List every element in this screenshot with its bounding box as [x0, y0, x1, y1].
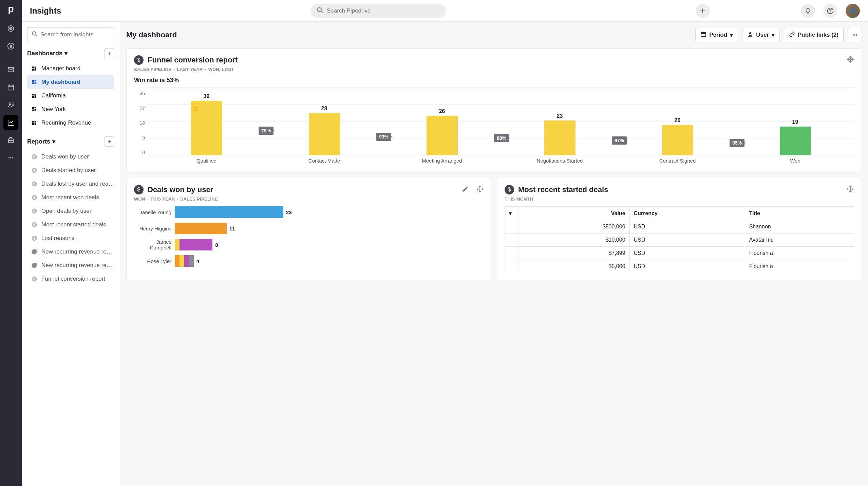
svg-text:$: $	[33, 195, 35, 200]
sidebar-report-item[interactable]: New recurring revenue re…	[27, 245, 114, 259]
svg-rect-22	[32, 94, 34, 95]
table-row[interactable]: $7,899USDFlourish a	[505, 247, 854, 260]
dashboard-title: My dashboard	[126, 31, 691, 39]
svg-rect-33	[32, 123, 34, 125]
svg-rect-7	[8, 139, 14, 143]
table-header[interactable]: Currency	[629, 207, 745, 220]
sidebar-item-label: Deals won by user	[41, 153, 89, 160]
drag-handle-icon[interactable]	[476, 185, 484, 194]
svg-rect-26	[32, 107, 34, 109]
user-bar-row[interactable]: James Campbell8	[134, 239, 484, 250]
nav-calendar-icon[interactable]	[3, 80, 18, 95]
dashboard-icon	[31, 106, 37, 112]
nav-divider	[6, 58, 16, 58]
svg-point-51	[749, 32, 751, 34]
sidebar-item-label: Recurring Revenue	[41, 119, 91, 126]
sidebar-dashboard-item[interactable]: California	[27, 89, 114, 102]
user-bar-row[interactable]: Henry Higgins11	[134, 223, 484, 234]
user-bar-row[interactable]: Janelle Young23	[134, 206, 484, 218]
nav-insights-icon[interactable]	[3, 115, 18, 130]
svg-point-11	[318, 7, 322, 12]
sidebar-item-label: My dashboard	[41, 79, 80, 86]
public-links-button[interactable]: Public links (2)	[784, 28, 844, 42]
svg-point-8	[8, 157, 10, 158]
period-filter[interactable]: Period ▾	[695, 28, 738, 42]
cell-title: Flourish a	[745, 260, 854, 273]
svg-rect-31	[35, 121, 36, 122]
sidebar-item-label: New recurring revenue re…	[41, 248, 112, 255]
table-header[interactable]: Value	[518, 207, 630, 220]
sidebar-report-item[interactable]: $Deals won by user	[27, 150, 114, 164]
chevron-down-icon: ▾	[64, 50, 68, 57]
bar-category: Qualified	[196, 158, 216, 165]
bar-value: 36	[204, 93, 210, 99]
global-search-input[interactable]	[327, 7, 440, 14]
sidebar-report-item[interactable]: New recurring revenue re…	[27, 259, 114, 272]
funnel-bar[interactable]: 26Meeting Arranged88%	[383, 108, 501, 165]
table-header[interactable]: Title	[745, 207, 854, 220]
funnel-bar[interactable]: 23Negotiations Started87%	[501, 113, 619, 165]
deals-won-title: Deals won by user	[148, 185, 458, 194]
sidebar-report-item[interactable]: $Funnel conversion report	[27, 272, 114, 286]
sidebar-report-item[interactable]: $Open deals by user	[27, 204, 114, 218]
recent-deals-meta: THIS MONTH	[505, 197, 854, 202]
add-button[interactable]	[696, 4, 710, 18]
sidebar-dashboard-item[interactable]: My dashboard	[27, 75, 114, 89]
win-rate-label: Win rate is 53%	[134, 77, 854, 84]
nav-more-icon[interactable]	[3, 150, 18, 165]
sidebar-dashboard-item[interactable]: New York	[27, 102, 114, 116]
user-avatar[interactable]: 👤	[846, 4, 860, 18]
help-button[interactable]	[823, 4, 837, 18]
insights-search-input[interactable]	[40, 31, 112, 38]
reports-heading[interactable]: Reports ▾	[27, 138, 55, 145]
nav-deals-icon[interactable]	[3, 39, 18, 54]
sidebar-dashboard-item[interactable]: Manager board	[27, 62, 114, 75]
user-bar-row[interactable]: Rose Tyler4	[134, 255, 484, 267]
topbar: Insights 👤	[22, 0, 868, 22]
nav-target-icon[interactable]	[3, 21, 18, 36]
dollar-icon: $	[31, 181, 37, 187]
funnel-bar[interactable]: 36Qualified78%	[148, 93, 265, 165]
sidebar-dashboard-item[interactable]: Recurring Revenue	[27, 116, 114, 130]
tips-button[interactable]	[801, 4, 815, 18]
table-row[interactable]: $500,000USDShannon	[505, 220, 854, 233]
drag-handle-icon[interactable]	[847, 185, 854, 194]
user-name: Henry Higgins	[134, 226, 171, 231]
svg-text:$: $	[33, 155, 35, 159]
search-icon	[32, 31, 38, 38]
svg-point-53	[854, 34, 855, 35]
funnel-bar[interactable]: 19Won	[736, 119, 854, 165]
sidebar-report-item[interactable]: $Deals lost by user and rea…	[27, 177, 114, 191]
add-dashboard-button[interactable]: +	[104, 48, 114, 58]
svg-rect-50	[701, 32, 706, 36]
user-icon	[747, 31, 753, 39]
sidebar-item-label: New recurring revenue re…	[41, 262, 112, 269]
edit-icon[interactable]	[462, 186, 469, 194]
deals-won-chart: Janelle Young23Henry Higgins11James Camp…	[134, 206, 484, 267]
funnel-bar[interactable]: 28Contact Made93%	[265, 106, 383, 165]
drag-handle-icon[interactable]	[847, 56, 854, 64]
sidebar-report-item[interactable]: $Deals started by user	[27, 164, 114, 177]
table-row[interactable]: $10,000USDAvatar Inc	[505, 233, 854, 247]
recent-deals-card: $ Most recent started deals THIS MONTH ▾…	[497, 178, 862, 280]
svg-text:$: $	[33, 236, 35, 240]
dashboards-heading[interactable]: Dashboards ▾	[27, 50, 68, 57]
sort-column[interactable]: ▾	[505, 207, 518, 220]
table-row[interactable]: $5,000USDFlourish a	[505, 260, 854, 273]
sidebar-report-item[interactable]: $Most recent won deals	[27, 191, 114, 204]
insights-search[interactable]	[27, 27, 114, 42]
more-actions-button[interactable]	[848, 28, 862, 42]
dollar-icon: $	[31, 208, 37, 214]
deals-won-meta: WON·THIS YEAR·SALES PIPELINE	[134, 197, 484, 202]
sidebar-report-item[interactable]: $Most recent started deals	[27, 218, 114, 231]
nav-products-icon[interactable]	[3, 133, 18, 148]
funnel-bar[interactable]: 20Contract Signed95%	[619, 117, 736, 165]
sidebar-report-item[interactable]: $Lost reasons	[27, 231, 114, 245]
svg-text:$: $	[33, 168, 35, 172]
global-search[interactable]	[310, 4, 446, 18]
nav-contacts-icon[interactable]	[3, 97, 18, 112]
user-filter[interactable]: User ▾	[742, 28, 780, 42]
add-report-button[interactable]: +	[104, 136, 114, 147]
nav-mail-icon[interactable]	[3, 62, 18, 77]
bar-category: Contract Signed	[659, 158, 696, 165]
